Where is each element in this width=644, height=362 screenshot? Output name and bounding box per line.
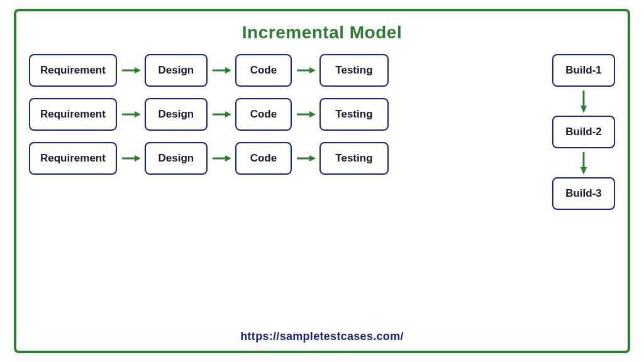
svg-marker-11: [309, 111, 316, 118]
build-1-box: Build-1: [552, 54, 615, 87]
svg-marker-17: [309, 155, 316, 162]
footer-url[interactable]: https://sampletestcases.com/: [240, 330, 404, 343]
row2-requirement-box: Requirement: [29, 98, 117, 131]
row1-design-box: Design: [145, 54, 208, 87]
arrow-code-testing-row1: [296, 65, 316, 76]
row-2: Requirement Design Code: [29, 98, 540, 131]
row1-requirement-box: Requirement: [29, 54, 117, 87]
rows-area: Requirement Design Code: [29, 54, 540, 175]
svg-marker-21: [580, 167, 587, 175]
arrow-req-design-row1: [121, 65, 141, 76]
svg-marker-3: [225, 67, 231, 74]
row2-design-box: Design: [145, 98, 208, 131]
page-title: Incremental Model: [242, 23, 402, 43]
row3-testing-box: Testing: [319, 142, 389, 175]
row-1: Requirement Design Code: [29, 54, 540, 87]
svg-marker-19: [580, 106, 587, 113]
svg-marker-15: [225, 155, 231, 162]
build-2-box: Build-2: [552, 116, 615, 148]
svg-marker-1: [135, 67, 141, 74]
builds-area: Build-1 Build-2 Build-3: [540, 54, 615, 210]
svg-marker-9: [225, 111, 231, 118]
arrow-design-code-row2: [211, 109, 231, 120]
arrow-design-code-row3: [211, 153, 231, 164]
row2-code-box: Code: [235, 98, 292, 131]
build-3-box: Build-3: [552, 177, 615, 210]
arrow-code-testing-row2: [296, 109, 316, 120]
row-3: Requirement Design Code: [29, 142, 540, 175]
svg-marker-7: [135, 111, 141, 118]
arrow-build1-build2: [578, 89, 589, 113]
row1-code-box: Code: [235, 54, 292, 87]
arrow-design-code-row1: [211, 65, 231, 76]
arrow-build2-build3: [578, 151, 589, 175]
arrow-req-design-row2: [121, 109, 141, 120]
row3-code-box: Code: [235, 142, 292, 175]
diagram-container: Incremental Model Requirement Design: [14, 9, 630, 353]
diagram-area: Requirement Design Code: [29, 54, 615, 324]
svg-marker-13: [135, 155, 141, 162]
row2-testing-box: Testing: [319, 98, 389, 131]
svg-marker-5: [309, 67, 316, 74]
row3-design-box: Design: [145, 142, 208, 175]
arrow-req-design-row3: [121, 153, 141, 164]
row3-requirement-box: Requirement: [29, 142, 117, 175]
arrow-code-testing-row3: [296, 153, 316, 164]
row1-testing-box: Testing: [319, 54, 389, 87]
